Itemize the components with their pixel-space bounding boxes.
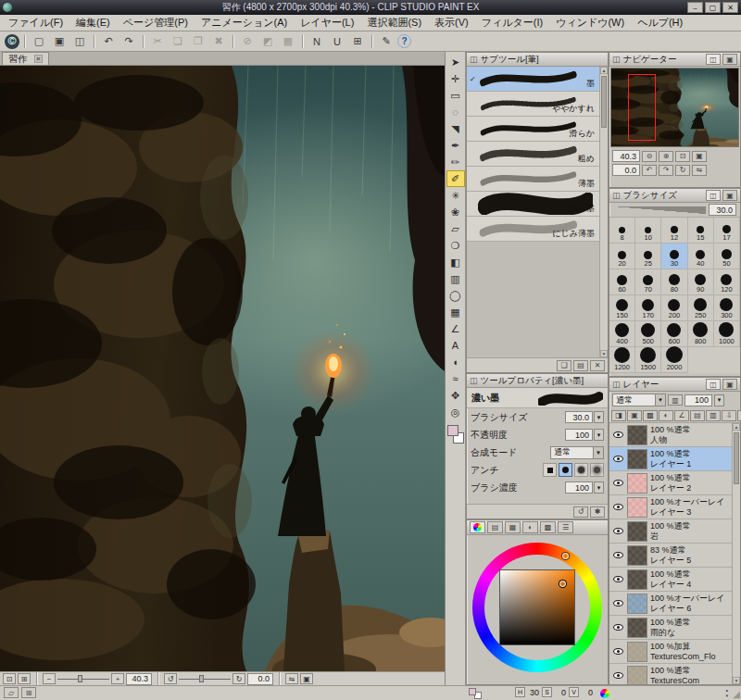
ruler-tool[interactable]: ∠: [446, 320, 465, 337]
brush-size-250[interactable]: 250: [688, 295, 714, 321]
layer-row-9[interactable]: 100 %通常雨的な: [609, 616, 732, 640]
brush-size-170[interactable]: 170: [635, 295, 661, 321]
canvas-zoom-value[interactable]: 40.3: [126, 673, 152, 685]
anti-aliasing-level-3[interactable]: [590, 463, 604, 477]
brush-size-15[interactable]: 15: [688, 218, 714, 244]
layer-thumbnail[interactable]: [627, 618, 647, 638]
layer-thumbnail[interactable]: [627, 473, 647, 494]
prop-value-2[interactable]: 100: [565, 429, 593, 441]
blend-tool[interactable]: ❍: [446, 237, 465, 254]
layer-visibility-icon[interactable]: [611, 552, 624, 558]
nav-flip-horizontal-button[interactable]: ⇋: [692, 165, 707, 176]
subtool-item-2[interactable]: ややかすれ: [467, 92, 599, 117]
brush-size-20[interactable]: 20: [609, 244, 635, 269]
layer-move-tool[interactable]: ✛: [446, 70, 465, 87]
snap-to-special-ruler-button[interactable]: U: [328, 33, 346, 50]
minimize-button[interactable]: –: [687, 2, 703, 13]
nav-fit-button[interactable]: ⊡: [675, 151, 690, 162]
layer-row-3[interactable]: 100 %通常レイヤー 2: [609, 471, 732, 495]
scroll-down-icon[interactable]: ▼: [600, 350, 608, 357]
zoom-tool[interactable]: ◎: [446, 404, 465, 420]
layer-visibility-icon[interactable]: [611, 504, 624, 510]
redo-button[interactable]: ↷: [119, 33, 138, 50]
layer-visibility-icon[interactable]: [611, 456, 624, 462]
flip-horizontal-button[interactable]: ⇋: [285, 673, 298, 684]
fill-tool[interactable]: ◧: [446, 254, 465, 270]
balloon-tool[interactable]: ◖: [446, 354, 465, 370]
close-button[interactable]: ✕: [722, 2, 738, 13]
maximize-button[interactable]: ▢: [705, 2, 721, 13]
brush-size-17[interactable]: 17: [714, 218, 740, 244]
prop-slider-icon[interactable]: ▾: [594, 429, 604, 441]
layer-row-4[interactable]: 100 %オーバーレイレイヤー 3: [609, 495, 732, 519]
frame-border-tool[interactable]: ▦: [446, 304, 465, 320]
menu-item-6[interactable]: 選択範囲(S): [360, 15, 428, 31]
navigator-thumbnail[interactable]: [610, 68, 739, 147]
navigator-zoom-value[interactable]: 40.3: [612, 150, 640, 162]
nav-reset-rotation-button[interactable]: ↻: [675, 165, 690, 176]
menu-item-10[interactable]: ヘルプ(H): [631, 15, 689, 31]
new-layer-folder-icon[interactable]: ▥: [706, 410, 721, 421]
layer-blend-mode-dropdown[interactable]: 通常 ▾: [612, 394, 666, 406]
color-wheel-status-icon[interactable]: [600, 689, 609, 698]
anti-aliasing-level-2[interactable]: [574, 463, 588, 477]
layer-row-7[interactable]: 100 %通常レイヤー 4: [609, 568, 732, 592]
nav-rotate-left-button[interactable]: ↶: [642, 165, 657, 176]
color-wheel-tab[interactable]: [470, 521, 485, 533]
zoom-slider-thumb[interactable]: [78, 675, 82, 682]
brush-size-300[interactable]: 300: [714, 295, 740, 321]
layer-visibility-icon[interactable]: [611, 672, 624, 679]
layer-thumbnail[interactable]: [627, 425, 647, 445]
open-file-button[interactable]: ▣: [50, 33, 69, 50]
navigator-rotation-value[interactable]: 0.0: [612, 164, 640, 176]
subview-tab[interactable]: ▣: [722, 54, 737, 65]
delete-subtool-icon[interactable]: ✕: [590, 360, 605, 371]
zoom-out-button[interactable]: −: [43, 673, 56, 684]
layer-thumbnail[interactable]: [627, 497, 647, 518]
scroll-down-icon[interactable]: ▼: [733, 677, 740, 684]
layer-thumbnail[interactable]: [627, 545, 647, 566]
brush-size-2000[interactable]: 2000: [661, 347, 687, 373]
hand-tool[interactable]: ✥: [446, 387, 465, 404]
canvas-viewport[interactable]: [0, 66, 445, 671]
saturation-value-square[interactable]: [499, 569, 575, 645]
status-grid-icon[interactable]: ⊞: [21, 687, 36, 698]
canvas-rotation-value[interactable]: 0.0: [247, 673, 273, 685]
combine-mode-icon[interactable]: ▥: [668, 394, 683, 406]
subtool-item-6[interactable]: 濃い墨: [467, 192, 599, 217]
color-wheel[interactable]: [472, 543, 602, 672]
subtool-item-5[interactable]: 薄墨: [467, 167, 599, 192]
reset-display-button[interactable]: ▣: [300, 673, 313, 684]
layer-scrollbar[interactable]: ▲ ▼: [732, 423, 740, 684]
operation-tool[interactable]: ➤: [446, 54, 465, 70]
navigator-view-rectangle[interactable]: [628, 74, 656, 141]
figure-tool[interactable]: ◯: [446, 287, 465, 304]
brush-size-30[interactable]: 30: [661, 244, 687, 269]
layer-row-10[interactable]: 100 %加算TexturesCom_Flo: [609, 640, 732, 664]
reset-settings-icon[interactable]: ↺: [573, 506, 588, 518]
hue-marker[interactable]: [562, 553, 569, 559]
brush-size-8[interactable]: 8: [609, 218, 635, 244]
scrollbar-thumb[interactable]: [734, 432, 739, 484]
subtool-item-4[interactable]: 粗め: [467, 142, 599, 167]
anti-aliasing-level-0[interactable]: [543, 463, 557, 477]
new-raster-layer-icon[interactable]: ▤: [690, 410, 705, 421]
tab-close-icon[interactable]: ✕: [34, 55, 43, 63]
brush-tool[interactable]: ✐: [446, 170, 465, 187]
text-tool[interactable]: A: [446, 337, 465, 354]
decoration-tool[interactable]: ❀: [446, 204, 465, 220]
menu-item-4[interactable]: アニメーション(A): [195, 15, 294, 31]
layer-row-8[interactable]: 100 %オーバーレイレイヤー 6: [609, 592, 732, 616]
layer-thumbnail[interactable]: [627, 569, 647, 590]
brush-size-12[interactable]: 12: [661, 218, 687, 244]
brush-size-value[interactable]: 30.0: [709, 204, 736, 216]
layer-visibility-icon[interactable]: [611, 480, 624, 486]
delete-layer-icon[interactable]: ✕: [737, 410, 741, 421]
lock-layer-icon[interactable]: ▣: [627, 410, 642, 421]
nav-zoom-in-button[interactable]: ⊕: [659, 151, 673, 162]
layer-thumbnail[interactable]: [627, 449, 647, 469]
pixel-view-button[interactable]: ⊞: [18, 673, 31, 684]
pen-tool[interactable]: ✒: [446, 137, 465, 154]
brush-size-500[interactable]: 500: [635, 321, 661, 347]
layer-visibility-icon[interactable]: [611, 600, 624, 606]
